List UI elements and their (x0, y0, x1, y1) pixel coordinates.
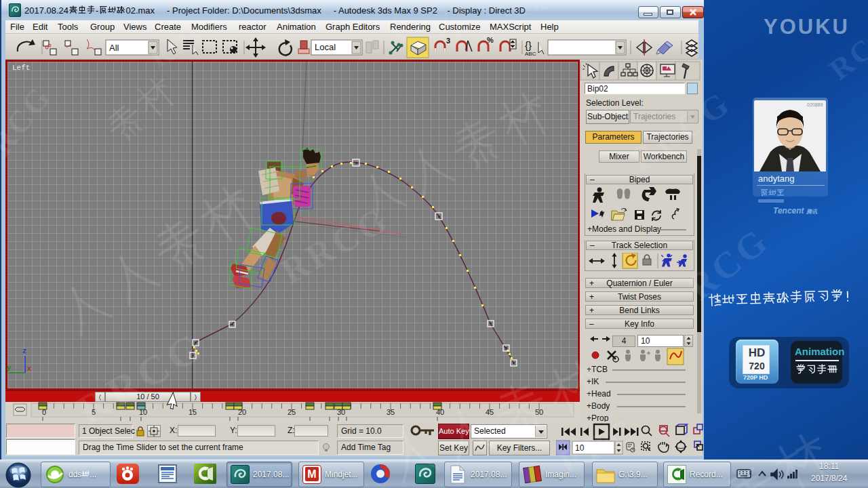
svg-text:10: 10 (575, 443, 585, 453)
svg-text:%: % (487, 36, 494, 44)
svg-text:35: 35 (387, 408, 395, 416)
svg-text:x: x (27, 365, 31, 373)
svg-text:3: 3 (446, 37, 450, 45)
svg-text:y: y (7, 365, 11, 372)
svg-text:50: 50 (535, 408, 543, 416)
svg-text:{}: {} (525, 39, 532, 51)
svg-text:45: 45 (486, 408, 494, 416)
svg-text:25: 25 (288, 408, 296, 416)
svg-text:All: All (109, 43, 119, 53)
svg-text:ABC: ABC (525, 51, 536, 57)
svg-text:5: 5 (92, 408, 96, 416)
svg-text:z: z (22, 348, 26, 355)
svg-text:15: 15 (189, 408, 197, 416)
svg-text:Local: Local (315, 42, 336, 52)
svg-text:020889: 020889 (807, 102, 823, 107)
